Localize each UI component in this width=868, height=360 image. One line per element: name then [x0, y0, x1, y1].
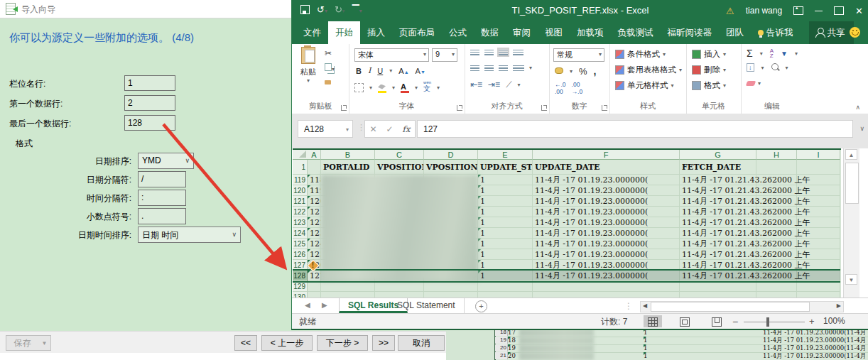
excel-titlebar[interactable]: ↺▾ ↻▾ ▔▾ TI_SKD_POSIT_REF.xlsx - Excel ⚠… — [292, 0, 868, 21]
page-layout-view-icon[interactable] — [676, 315, 694, 327]
cell-E128[interactable]: 1 — [478, 271, 533, 281]
ribbon-tab-公式[interactable]: 公式 — [442, 21, 474, 44]
styles-button[interactable]: 单元格样式▾ — [615, 80, 682, 91]
sheet-prev-icon[interactable]: ◀ — [305, 301, 310, 309]
cell-D130[interactable] — [424, 292, 478, 298]
tab-scroll-splitter[interactable]: ⋮ — [624, 301, 633, 311]
cell-E125[interactable]: 1 — [478, 239, 533, 249]
styles-button[interactable]: 套用表格格式▾ — [615, 65, 682, 75]
ribbon-tab-视图[interactable]: 视图 — [538, 21, 570, 44]
collapse-ribbon-icon[interactable]: ∧ — [855, 104, 860, 111]
field-input[interactable]: 1 — [124, 75, 175, 91]
comma-style-icon[interactable]: , — [594, 65, 597, 77]
maximize-button[interactable] — [834, 6, 844, 15]
cell-A122[interactable]: 121 — [308, 207, 321, 217]
ribbon-tab-文件[interactable]: 文件 — [296, 21, 328, 44]
align-center-icon[interactable] — [484, 65, 494, 71]
wizard-nav-button[interactable]: << — [234, 335, 257, 351]
header-cell-F[interactable]: UPDATE_DATE — [533, 160, 680, 175]
bold-button[interactable]: B — [356, 67, 362, 75]
cell-F128[interactable]: 11-4月 -17 01.19.23.000000( — [533, 271, 680, 281]
column-header-E[interactable]: E — [478, 150, 533, 160]
sheet-tab-sql-statement[interactable]: SQL Statement — [389, 298, 465, 313]
row-header-126[interactable]: 126 — [293, 249, 308, 260]
cell-E124[interactable]: 1 — [478, 228, 533, 239]
fill-down-icon[interactable]: ↓ — [747, 63, 754, 72]
ribbon-tab-开始[interactable]: 开始 — [328, 21, 360, 44]
cell-H129[interactable] — [756, 281, 797, 292]
cell-F124[interactable]: 11-4月 -17 01.19.23.000000( — [533, 228, 680, 239]
cell-G120[interactable]: 11-4月 -17 01.21.43.262000 上午 — [680, 185, 756, 196]
row-header-129[interactable]: 129 — [293, 281, 308, 292]
worksheet-grid[interactable]: ABCDEFGHI1PORTALIDVPOSITIONVPOSITIONNAUP… — [293, 148, 841, 298]
row-header-121[interactable]: 121 — [293, 196, 308, 207]
cell-A120[interactable]: 119 — [308, 185, 321, 196]
ribbon-tab-插入[interactable]: 插入 — [360, 21, 392, 44]
cell-E126[interactable]: 1 — [478, 249, 533, 260]
page-break-view-icon[interactable] — [707, 315, 726, 327]
column-header-D[interactable]: D — [424, 150, 478, 160]
align-right-icon[interactable] — [499, 65, 508, 71]
column-header-G[interactable]: G — [680, 150, 756, 160]
close-button[interactable]: ✕ — [855, 6, 863, 16]
fill-color-icon[interactable] — [378, 82, 386, 93]
cell-F120[interactable]: 11-4月 -17 01.19.23.000000( — [533, 185, 680, 196]
ribbon-tab-负载测试[interactable]: 负载测试 — [611, 21, 661, 44]
cell-C129[interactable] — [375, 281, 424, 292]
cell-F123[interactable]: 11-4月 -17 01.19.23.000000( — [533, 217, 680, 228]
styles-button[interactable]: 条件格式▾ — [615, 49, 682, 60]
phonetic-guide-icon[interactable]: wén文 — [423, 81, 431, 94]
ribbon-display-options-icon[interactable] — [793, 6, 803, 15]
zoom-in-icon[interactable]: + — [809, 316, 815, 327]
row-header-124[interactable]: 124 — [293, 228, 308, 239]
cell-G122[interactable]: 11-4月 -17 01.21.43.262000 上午 — [680, 207, 756, 217]
header-cell-I[interactable] — [797, 160, 840, 175]
expand-formula-bar-icon[interactable]: ∨ — [859, 125, 864, 132]
decrease-indent-icon[interactable]: ⇤≡ — [470, 80, 482, 89]
cells-button[interactable]: 插入▾ — [692, 49, 726, 60]
ribbon-tab-福昕阅读器[interactable]: 福昕阅读器 — [661, 21, 720, 44]
cell-A121[interactable]: 120 — [308, 196, 321, 207]
cell-G129[interactable] — [680, 281, 756, 292]
cell-A124[interactable]: 123 — [308, 228, 321, 239]
field-input[interactable]: 2 — [124, 95, 175, 111]
align-top-icon[interactable] — [470, 49, 479, 55]
cell-F129[interactable] — [533, 281, 680, 292]
new-sheet-icon[interactable]: + — [475, 300, 487, 312]
cell-A129[interactable] — [308, 281, 321, 292]
zoom-out-icon[interactable]: − — [732, 316, 738, 327]
account-warning-icon[interactable]: ⚠ — [726, 6, 734, 16]
cancel-entry-icon[interactable]: ✕ — [369, 124, 376, 134]
italic-button[interactable]: I — [368, 66, 371, 75]
column-header-F[interactable]: F — [533, 150, 680, 160]
font-color-icon[interactable]: A — [401, 82, 409, 93]
field-input[interactable]: 128 — [124, 115, 175, 131]
field-input[interactable]: . — [138, 208, 186, 224]
select-all-corner[interactable] — [293, 150, 308, 160]
cell-E129[interactable] — [478, 281, 533, 292]
sort-filter-icon[interactable]: AZ — [770, 48, 774, 58]
font-size-combo[interactable]: 9▾ — [432, 48, 457, 62]
cells-button[interactable]: 删除▾ — [692, 65, 726, 75]
header-cell-C[interactable]: VPOSITION — [375, 160, 424, 175]
autosum-icon[interactable]: Σ — [747, 48, 753, 59]
cell-E119[interactable]: 1 — [478, 175, 533, 185]
cell-D129[interactable] — [424, 281, 478, 292]
column-header-I[interactable]: I — [797, 150, 840, 160]
row-header-120[interactable]: 120 — [293, 185, 308, 196]
cell-G125[interactable]: 11-4月 -17 01.21.43.262000 上午 — [680, 239, 756, 249]
row-header-128[interactable]: 128 — [293, 271, 308, 281]
cell-A128[interactable]: 127 — [308, 271, 321, 281]
number-format-combo[interactable]: 常规▾ — [553, 48, 604, 62]
zoom-level[interactable]: 100% — [823, 316, 845, 326]
cell-F126[interactable]: 11-4月 -17 01.19.23.000000( — [533, 249, 680, 260]
cell-E122[interactable]: 1 — [478, 207, 533, 217]
cell-E130[interactable] — [478, 292, 533, 298]
zoom-slider-thumb[interactable] — [766, 317, 769, 327]
cell-F121[interactable]: 11-4月 -17 01.19.23.000000( — [533, 196, 680, 207]
cell-I130[interactable] — [797, 292, 840, 298]
row-header-123[interactable]: 123 — [293, 217, 308, 228]
column-header-B[interactable]: B — [321, 150, 375, 160]
cell-B130[interactable] — [321, 292, 375, 298]
ribbon-tab-数据[interactable]: 数据 — [474, 21, 506, 44]
